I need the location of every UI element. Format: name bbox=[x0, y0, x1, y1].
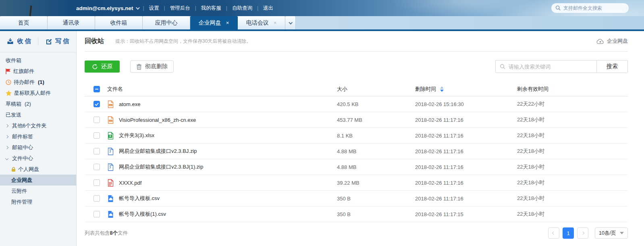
mail-search-pill[interactable] bbox=[551, 3, 629, 13]
tab-通讯录[interactable]: 通讯录 bbox=[48, 16, 95, 29]
col-header-filename: 文件名 bbox=[107, 85, 123, 93]
sidebar-item-待办邮件[interactable]: 待办邮件(1) bbox=[0, 77, 76, 88]
delete-forever-button[interactable]: 彻底删除 bbox=[130, 60, 174, 73]
close-icon[interactable]: × bbox=[274, 20, 277, 25]
file-name[interactable]: 网易企业邮箱集成接口v2.3.BJ(1).zip bbox=[119, 163, 203, 171]
restore-button[interactable]: 还原 bbox=[85, 60, 120, 73]
page-size-select[interactable]: 10条/页 bbox=[595, 227, 628, 239]
tab-overflow-button[interactable] bbox=[285, 16, 296, 29]
sidebar-item-收件箱[interactable]: 收件箱 bbox=[0, 55, 76, 66]
receive-mail-button[interactable]: 收 信 bbox=[0, 38, 38, 45]
top-menu-item[interactable]: 我的客服 bbox=[200, 5, 222, 12]
deleted-time: 2018-02-26 11:17:16 bbox=[415, 117, 463, 123]
chevron-right-icon[interactable] bbox=[5, 135, 8, 138]
account-email: admin@cm.elysys.net bbox=[76, 5, 133, 11]
row-checkbox[interactable] bbox=[93, 148, 100, 154]
zip-file-icon bbox=[107, 163, 114, 171]
tab-应用中心[interactable]: 应用中心 bbox=[143, 16, 190, 29]
row-checkbox[interactable] bbox=[93, 117, 100, 123]
file-name[interactable]: 帐号导入模板.csv bbox=[119, 195, 160, 202]
file-size: 420.5 KB bbox=[337, 101, 359, 107]
sort-control[interactable] bbox=[440, 86, 444, 92]
file-size: 350 B bbox=[337, 196, 351, 202]
sidebar-item-已发送[interactable]: 已发送 bbox=[0, 109, 76, 120]
sidebar-item-个人网盘[interactable]: 个人网盘 bbox=[0, 164, 76, 175]
chevron-right-icon[interactable] bbox=[5, 146, 8, 149]
sidebar-item-label: 已发送 bbox=[6, 111, 21, 119]
file-name[interactable]: XXXX.pdf bbox=[119, 180, 141, 186]
divider: | bbox=[143, 5, 144, 11]
file-name[interactable]: atom.exe bbox=[119, 101, 140, 107]
table-row[interactable]: 网易企业邮箱集成接口v2.3.BJ.zip4.88 MB2018-02-26 1… bbox=[85, 144, 628, 159]
draft-count: (2) bbox=[25, 101, 31, 107]
col-header-deleted-time[interactable]: 删除时间 bbox=[415, 85, 517, 93]
table-row[interactable]: XXXX.pdf39.22 MB2018-02-26 11:17:1622天18… bbox=[85, 175, 628, 191]
prev-page-button[interactable] bbox=[548, 227, 559, 239]
table-row[interactable]: 帐号导入模板.csv350 B2018-02-26 11:17:1622天18小… bbox=[85, 191, 628, 206]
file-search-group: 搜索 bbox=[495, 60, 628, 73]
sort-asc-icon bbox=[440, 86, 444, 89]
tab-label: 企业网盘 bbox=[199, 19, 221, 27]
row-checkbox[interactable] bbox=[93, 211, 100, 217]
pagination: 1 10条/页 bbox=[548, 227, 628, 239]
row-checkbox[interactable] bbox=[93, 179, 100, 186]
file-name[interactable]: 帐号导入模板(1).csv bbox=[119, 211, 166, 218]
cloud-upload-icon bbox=[596, 38, 604, 44]
top-menu-item[interactable]: 自助查询 bbox=[231, 5, 253, 12]
top-menu-item[interactable]: 设置 bbox=[148, 5, 160, 12]
check-icon bbox=[95, 102, 99, 106]
star-icon bbox=[6, 90, 12, 96]
table-row[interactable]: X文件夹3(3).xlsx8.1 KB2018-02-26 11:17:1622… bbox=[85, 128, 628, 144]
tab-企业网盘[interactable]: 企业网盘× bbox=[190, 16, 238, 29]
sidebar-item-企业网盘[interactable]: 企业网盘 bbox=[0, 175, 76, 186]
account-menu[interactable]: admin@cm.elysys.net bbox=[76, 5, 139, 11]
page-number-button[interactable]: 1 bbox=[563, 227, 574, 239]
sidebar-item-邮件标签[interactable]: 邮件标签 bbox=[0, 131, 76, 142]
sidebar-item-label: 个人网盘 bbox=[18, 166, 39, 173]
recycle-bin-panel: 回收站 提示：回收站不占用网盘空间，文件保存30天后将被自动清除。 企业网盘 还… bbox=[77, 31, 644, 246]
top-menu: 设置|管理后台|我的客服|自助查询|退出 bbox=[148, 5, 274, 12]
tab-电话会议[interactable]: 电话会议× bbox=[238, 16, 285, 29]
tab-首页[interactable]: 首页 bbox=[0, 16, 48, 29]
top-bar: admin@cm.elysys.net | 设置|管理后台|我的客服|自助查询|… bbox=[0, 0, 644, 16]
sidebar-item-草稿箱[interactable]: 草稿箱(2) bbox=[0, 98, 76, 109]
deleted-time: 2018-02-26 11:17:16 bbox=[415, 164, 463, 170]
deleted-time: 2018-02-26 11:17:16 bbox=[415, 180, 463, 186]
row-checkbox[interactable] bbox=[93, 132, 100, 139]
compose-mail-button[interactable]: 写 信 bbox=[38, 38, 76, 45]
table-row[interactable]: 帐号导入模板(1).csv350 B2018-02-26 11:17:1522天… bbox=[85, 206, 628, 222]
tab-bar: 首页通讯录收件箱应用中心企业网盘×电话会议× bbox=[0, 16, 644, 29]
sidebar-item-云附件[interactable]: 云附件 bbox=[0, 186, 76, 196]
close-icon[interactable]: × bbox=[226, 20, 229, 25]
chevron-down-icon bbox=[136, 6, 140, 10]
table-row[interactable]: exeatom.exe420.5 KB2018-02-26 15:16:3022… bbox=[85, 96, 628, 112]
file-search-button[interactable]: 搜索 bbox=[596, 60, 627, 73]
file-search-input[interactable] bbox=[509, 64, 592, 70]
file-name[interactable]: 文件夹3(3).xlsx bbox=[119, 132, 154, 139]
mail-search-input[interactable] bbox=[563, 5, 620, 11]
sidebar-item-附件管理[interactable]: 附件管理 bbox=[0, 196, 76, 207]
sidebar-item-星标联系人邮件[interactable]: 星标联系人邮件 bbox=[0, 88, 76, 98]
tab-收件箱[interactable]: 收件箱 bbox=[95, 16, 143, 29]
exe-file-icon: exe bbox=[107, 100, 114, 108]
sidebar-item-文件中心[interactable]: 文件中心 bbox=[0, 153, 76, 164]
row-checkbox[interactable] bbox=[93, 101, 100, 107]
chevron-down-icon[interactable] bbox=[5, 156, 8, 160]
file-name[interactable]: 网易企业邮箱集成接口v2.3.BJ.zip bbox=[119, 148, 197, 155]
file-name[interactable]: VisioProfessional_x86_zh-cn.exe bbox=[119, 117, 196, 123]
sidebar-item-其他6个文件夹[interactable]: 其他6个文件夹 bbox=[0, 120, 76, 131]
xlsx-file-icon: X bbox=[107, 132, 114, 140]
row-checkbox[interactable] bbox=[93, 195, 100, 202]
chevron-right-icon[interactable] bbox=[5, 124, 8, 127]
next-page-button[interactable] bbox=[577, 227, 588, 239]
top-menu-item[interactable]: 管理后台 bbox=[169, 5, 191, 12]
enterprise-disk-link[interactable]: 企业网盘 bbox=[596, 38, 628, 45]
row-checkbox[interactable] bbox=[93, 164, 100, 170]
sidebar-item-邮箱中心[interactable]: 邮箱中心 bbox=[0, 142, 76, 153]
select-all-checkbox[interactable] bbox=[93, 86, 100, 92]
top-menu-item[interactable]: 退出 bbox=[262, 5, 274, 12]
table-row[interactable]: 网易企业邮箱集成接口v2.3.BJ(1).zip4.88 MB2018-02-2… bbox=[85, 159, 628, 175]
sidebar-item-label: 邮件标签 bbox=[12, 133, 33, 140]
table-row[interactable]: exeVisioProfessional_x86_zh-cn.exe453.77… bbox=[85, 112, 628, 128]
sidebar-item-红旗邮件[interactable]: 红旗邮件 bbox=[0, 66, 76, 77]
